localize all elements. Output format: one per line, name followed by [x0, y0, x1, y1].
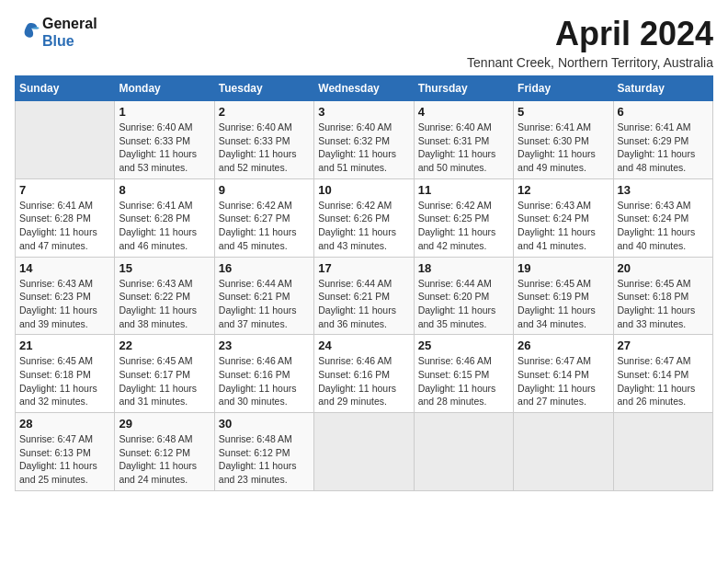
day-info: Sunrise: 6:44 AMSunset: 6:21 PMDaylight:… — [318, 277, 409, 331]
day-info: Sunrise: 6:45 AMSunset: 6:17 PMDaylight:… — [119, 354, 210, 408]
day-number: 28 — [19, 417, 110, 431]
logo: General Blue — [15, 15, 97, 50]
day-number: 2 — [219, 105, 310, 119]
calendar-cell: 24Sunrise: 6:46 AMSunset: 6:16 PMDayligh… — [314, 335, 414, 413]
day-info: Sunrise: 6:45 AMSunset: 6:18 PMDaylight:… — [618, 277, 709, 331]
day-number: 23 — [219, 339, 310, 352]
calendar-cell: 27Sunrise: 6:47 AMSunset: 6:14 PMDayligh… — [613, 335, 712, 413]
day-number: 25 — [418, 339, 509, 352]
day-info: Sunrise: 6:44 AMSunset: 6:21 PMDaylight:… — [219, 277, 310, 331]
calendar-cell: 26Sunrise: 6:47 AMSunset: 6:14 PMDayligh… — [514, 335, 613, 413]
calendar-cell: 25Sunrise: 6:46 AMSunset: 6:15 PMDayligh… — [414, 335, 513, 413]
calendar-cell: 19Sunrise: 6:45 AMSunset: 6:19 PMDayligh… — [514, 257, 613, 335]
day-number: 5 — [518, 105, 609, 119]
day-number: 7 — [19, 183, 110, 197]
calendar-cell — [414, 413, 513, 491]
calendar-cell: 21Sunrise: 6:45 AMSunset: 6:18 PMDayligh… — [16, 335, 115, 413]
day-number: 20 — [618, 261, 709, 275]
calendar-cell: 4Sunrise: 6:40 AMSunset: 6:31 PMDaylight… — [414, 101, 513, 179]
day-number: 8 — [119, 183, 210, 197]
day-info: Sunrise: 6:43 AMSunset: 6:22 PMDaylight:… — [119, 277, 210, 331]
day-info: Sunrise: 6:47 AMSunset: 6:14 PMDaylight:… — [618, 354, 709, 408]
day-info: Sunrise: 6:40 AMSunset: 6:33 PMDaylight:… — [219, 121, 310, 175]
calendar-cell: 28Sunrise: 6:47 AMSunset: 6:13 PMDayligh… — [16, 413, 115, 491]
calendar-week-1: 1Sunrise: 6:40 AMSunset: 6:33 PMDaylight… — [16, 101, 713, 179]
day-number: 17 — [318, 261, 409, 275]
weekday-header-sunday: Sunday — [16, 76, 115, 101]
calendar-cell: 17Sunrise: 6:44 AMSunset: 6:21 PMDayligh… — [314, 257, 414, 335]
day-info: Sunrise: 6:41 AMSunset: 6:28 PMDaylight:… — [19, 199, 110, 253]
day-info: Sunrise: 6:46 AMSunset: 6:16 PMDaylight:… — [318, 354, 409, 408]
day-info: Sunrise: 6:41 AMSunset: 6:30 PMDaylight:… — [518, 121, 609, 175]
calendar-cell: 5Sunrise: 6:41 AMSunset: 6:30 PMDaylight… — [514, 101, 613, 179]
day-number: 11 — [418, 183, 509, 197]
calendar-cell — [16, 101, 115, 179]
day-number: 29 — [119, 417, 210, 431]
weekday-header-tuesday: Tuesday — [214, 76, 313, 101]
calendar-cell: 8Sunrise: 6:41 AMSunset: 6:28 PMDaylight… — [115, 178, 214, 257]
day-number: 27 — [618, 339, 709, 352]
calendar-cell: 1Sunrise: 6:40 AMSunset: 6:33 PMDaylight… — [115, 101, 214, 179]
calendar-cell: 29Sunrise: 6:48 AMSunset: 6:12 PMDayligh… — [115, 413, 214, 491]
day-number: 21 — [19, 339, 110, 352]
calendar-cell: 7Sunrise: 6:41 AMSunset: 6:28 PMDaylight… — [16, 178, 115, 257]
day-info: Sunrise: 6:43 AMSunset: 6:24 PMDaylight:… — [618, 199, 709, 253]
calendar-cell: 16Sunrise: 6:44 AMSunset: 6:21 PMDayligh… — [214, 257, 313, 335]
day-number: 30 — [219, 417, 310, 431]
day-number: 26 — [518, 339, 609, 352]
day-number: 15 — [119, 261, 210, 275]
calendar-cell: 20Sunrise: 6:45 AMSunset: 6:18 PMDayligh… — [613, 257, 712, 335]
title-block: April 2024 Tennant Creek, Northern Terri… — [467, 15, 713, 70]
day-info: Sunrise: 6:41 AMSunset: 6:28 PMDaylight:… — [119, 199, 210, 253]
day-info: Sunrise: 6:42 AMSunset: 6:25 PMDaylight:… — [418, 199, 509, 253]
calendar-week-5: 28Sunrise: 6:47 AMSunset: 6:13 PMDayligh… — [16, 413, 713, 491]
calendar-cell — [613, 413, 712, 491]
calendar-cell — [514, 413, 613, 491]
day-info: Sunrise: 6:48 AMSunset: 6:12 PMDaylight:… — [119, 432, 210, 487]
calendar-cell: 12Sunrise: 6:43 AMSunset: 6:24 PMDayligh… — [514, 178, 613, 257]
calendar-body: 1Sunrise: 6:40 AMSunset: 6:33 PMDaylight… — [16, 101, 713, 491]
day-info: Sunrise: 6:44 AMSunset: 6:20 PMDaylight:… — [418, 277, 509, 331]
day-info: Sunrise: 6:43 AMSunset: 6:24 PMDaylight:… — [518, 199, 609, 253]
calendar-cell: 18Sunrise: 6:44 AMSunset: 6:20 PMDayligh… — [414, 257, 513, 335]
calendar-cell: 6Sunrise: 6:41 AMSunset: 6:29 PMDaylight… — [613, 101, 712, 179]
day-info: Sunrise: 6:45 AMSunset: 6:19 PMDaylight:… — [518, 277, 609, 331]
logo-icon — [15, 19, 40, 45]
calendar-cell — [314, 413, 414, 491]
day-info: Sunrise: 6:42 AMSunset: 6:27 PMDaylight:… — [219, 199, 310, 253]
location-subtitle: Tennant Creek, Northern Territory, Austr… — [467, 55, 713, 70]
day-number: 12 — [518, 183, 609, 197]
day-info: Sunrise: 6:46 AMSunset: 6:15 PMDaylight:… — [418, 354, 509, 408]
calendar-cell: 15Sunrise: 6:43 AMSunset: 6:22 PMDayligh… — [115, 257, 214, 335]
day-number: 18 — [418, 261, 509, 275]
weekday-header-friday: Friday — [514, 76, 613, 101]
day-info: Sunrise: 6:46 AMSunset: 6:16 PMDaylight:… — [219, 354, 310, 408]
day-number: 16 — [219, 261, 310, 275]
day-number: 13 — [618, 183, 709, 197]
calendar-cell: 14Sunrise: 6:43 AMSunset: 6:23 PMDayligh… — [16, 257, 115, 335]
day-info: Sunrise: 6:40 AMSunset: 6:32 PMDaylight:… — [318, 121, 409, 175]
weekday-header-saturday: Saturday — [613, 76, 712, 101]
day-info: Sunrise: 6:40 AMSunset: 6:33 PMDaylight:… — [119, 121, 210, 175]
weekday-header-row: SundayMondayTuesdayWednesdayThursdayFrid… — [16, 76, 713, 101]
day-info: Sunrise: 6:41 AMSunset: 6:29 PMDaylight:… — [618, 121, 709, 175]
day-number: 10 — [318, 183, 409, 197]
day-info: Sunrise: 6:47 AMSunset: 6:14 PMDaylight:… — [518, 354, 609, 408]
day-number: 24 — [318, 339, 409, 352]
calendar-table: SundayMondayTuesdayWednesdayThursdayFrid… — [15, 75, 713, 491]
calendar-cell: 10Sunrise: 6:42 AMSunset: 6:26 PMDayligh… — [314, 178, 414, 257]
day-number: 1 — [119, 105, 210, 119]
calendar-header: SundayMondayTuesdayWednesdayThursdayFrid… — [16, 76, 713, 101]
day-info: Sunrise: 6:42 AMSunset: 6:26 PMDaylight:… — [318, 199, 409, 253]
day-number: 9 — [219, 183, 310, 197]
day-info: Sunrise: 6:40 AMSunset: 6:31 PMDaylight:… — [418, 121, 509, 175]
day-info: Sunrise: 6:47 AMSunset: 6:13 PMDaylight:… — [19, 432, 110, 487]
calendar-week-4: 21Sunrise: 6:45 AMSunset: 6:18 PMDayligh… — [16, 335, 713, 413]
calendar-cell: 3Sunrise: 6:40 AMSunset: 6:32 PMDaylight… — [314, 101, 414, 179]
weekday-header-thursday: Thursday — [414, 76, 513, 101]
calendar-week-3: 14Sunrise: 6:43 AMSunset: 6:23 PMDayligh… — [16, 257, 713, 335]
calendar-cell: 2Sunrise: 6:40 AMSunset: 6:33 PMDaylight… — [214, 101, 313, 179]
calendar-week-2: 7Sunrise: 6:41 AMSunset: 6:28 PMDaylight… — [16, 178, 713, 257]
page-header: General Blue April 2024 Tennant Creek, N… — [15, 15, 713, 70]
calendar-cell: 22Sunrise: 6:45 AMSunset: 6:17 PMDayligh… — [115, 335, 214, 413]
